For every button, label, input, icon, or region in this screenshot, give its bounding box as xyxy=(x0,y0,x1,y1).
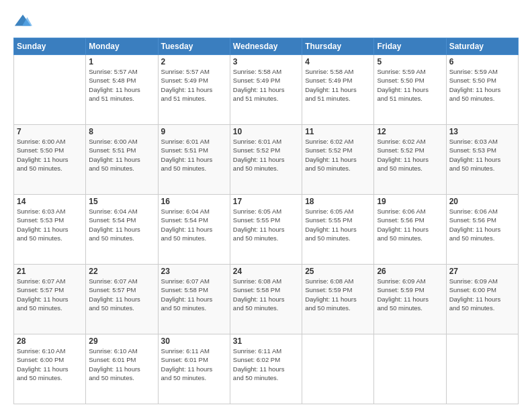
day-info: Sunrise: 6:07 AM Sunset: 5:57 PM Dayligh… xyxy=(17,277,83,312)
day-info: Sunrise: 6:08 AM Sunset: 5:58 PM Dayligh… xyxy=(233,277,299,312)
calendar-day-cell xyxy=(446,334,518,404)
calendar-day-cell: 27Sunrise: 6:09 AM Sunset: 6:00 PM Dayli… xyxy=(446,265,518,334)
day-info: Sunrise: 5:59 AM Sunset: 5:50 PM Dayligh… xyxy=(377,67,443,103)
day-number: 1 xyxy=(89,57,154,66)
day-number: 19 xyxy=(377,197,443,206)
day-info: Sunrise: 6:04 AM Sunset: 5:54 PM Dayligh… xyxy=(89,207,154,242)
calendar-table: SundayMondayTuesdayWednesdayThursdayFrid… xyxy=(13,38,519,404)
day-number: 6 xyxy=(449,57,515,66)
day-number: 7 xyxy=(17,127,83,136)
calendar-day-cell: 6Sunrise: 5:59 AM Sunset: 5:50 PM Daylig… xyxy=(446,55,518,125)
calendar-day-cell: 2Sunrise: 5:57 AM Sunset: 5:49 PM Daylig… xyxy=(158,55,230,125)
calendar-week-row: 21Sunrise: 6:07 AM Sunset: 5:57 PM Dayli… xyxy=(14,265,519,334)
day-number: 10 xyxy=(233,127,299,136)
day-number: 21 xyxy=(17,267,83,276)
calendar-week-row: 28Sunrise: 6:10 AM Sunset: 6:00 PM Dayli… xyxy=(14,334,519,404)
day-number: 18 xyxy=(305,197,371,206)
day-info: Sunrise: 6:05 AM Sunset: 5:55 PM Dayligh… xyxy=(233,207,299,242)
calendar-day-cell: 18Sunrise: 6:05 AM Sunset: 5:55 PM Dayli… xyxy=(302,195,374,265)
day-number: 15 xyxy=(89,197,154,206)
day-number: 24 xyxy=(233,267,299,276)
day-info: Sunrise: 5:57 AM Sunset: 5:48 PM Dayligh… xyxy=(89,67,154,103)
calendar-week-row: 7Sunrise: 6:00 AM Sunset: 5:50 PM Daylig… xyxy=(14,125,519,195)
day-info: Sunrise: 6:01 AM Sunset: 5:52 PM Dayligh… xyxy=(233,137,299,173)
day-number: 2 xyxy=(161,57,227,66)
calendar-day-header: Sunday xyxy=(14,38,86,55)
calendar-header-row: SundayMondayTuesdayWednesdayThursdayFrid… xyxy=(14,38,519,55)
calendar-day-cell: 25Sunrise: 6:08 AM Sunset: 5:59 PM Dayli… xyxy=(302,265,374,334)
logo xyxy=(13,12,35,31)
calendar-day-cell: 5Sunrise: 5:59 AM Sunset: 5:50 PM Daylig… xyxy=(374,55,446,125)
day-number: 5 xyxy=(377,57,443,66)
day-number: 13 xyxy=(449,127,515,136)
calendar-day-cell xyxy=(14,55,86,125)
header xyxy=(13,12,519,31)
day-number: 8 xyxy=(89,127,154,136)
calendar-day-cell: 17Sunrise: 6:05 AM Sunset: 5:55 PM Dayli… xyxy=(230,195,302,265)
day-info: Sunrise: 6:06 AM Sunset: 5:56 PM Dayligh… xyxy=(377,207,443,242)
day-number: 22 xyxy=(89,267,154,276)
calendar-week-row: 1Sunrise: 5:57 AM Sunset: 5:48 PM Daylig… xyxy=(14,55,519,125)
calendar-day-cell: 7Sunrise: 6:00 AM Sunset: 5:50 PM Daylig… xyxy=(14,125,86,195)
day-number: 3 xyxy=(233,57,299,66)
calendar-day-cell xyxy=(374,334,446,404)
day-info: Sunrise: 6:08 AM Sunset: 5:59 PM Dayligh… xyxy=(305,277,371,312)
calendar-day-cell: 13Sunrise: 6:03 AM Sunset: 5:53 PM Dayli… xyxy=(446,125,518,195)
calendar-day-cell: 11Sunrise: 6:02 AM Sunset: 5:52 PM Dayli… xyxy=(302,125,374,195)
day-info: Sunrise: 6:01 AM Sunset: 5:51 PM Dayligh… xyxy=(161,137,227,173)
calendar-day-cell: 31Sunrise: 6:11 AM Sunset: 6:02 PM Dayli… xyxy=(230,334,302,404)
calendar-day-header: Wednesday xyxy=(230,38,302,55)
calendar-week-row: 14Sunrise: 6:03 AM Sunset: 5:53 PM Dayli… xyxy=(14,195,519,265)
day-info: Sunrise: 6:09 AM Sunset: 5:59 PM Dayligh… xyxy=(377,277,443,312)
day-info: Sunrise: 5:58 AM Sunset: 5:49 PM Dayligh… xyxy=(305,67,371,103)
day-number: 17 xyxy=(233,197,299,206)
day-info: Sunrise: 6:00 AM Sunset: 5:50 PM Dayligh… xyxy=(17,137,83,173)
day-info: Sunrise: 6:07 AM Sunset: 5:58 PM Dayligh… xyxy=(161,277,227,312)
calendar-day-cell: 14Sunrise: 6:03 AM Sunset: 5:53 PM Dayli… xyxy=(14,195,86,265)
day-info: Sunrise: 5:57 AM Sunset: 5:49 PM Dayligh… xyxy=(161,67,227,103)
day-info: Sunrise: 6:00 AM Sunset: 5:51 PM Dayligh… xyxy=(89,137,154,173)
calendar-day-cell: 9Sunrise: 6:01 AM Sunset: 5:51 PM Daylig… xyxy=(158,125,230,195)
calendar-day-cell: 10Sunrise: 6:01 AM Sunset: 5:52 PM Dayli… xyxy=(230,125,302,195)
day-info: Sunrise: 6:03 AM Sunset: 5:53 PM Dayligh… xyxy=(17,207,83,242)
day-info: Sunrise: 5:58 AM Sunset: 5:49 PM Dayligh… xyxy=(233,67,299,103)
day-info: Sunrise: 6:04 AM Sunset: 5:54 PM Dayligh… xyxy=(161,207,227,242)
calendar-day-cell: 21Sunrise: 6:07 AM Sunset: 5:57 PM Dayli… xyxy=(14,265,86,334)
day-info: Sunrise: 6:11 AM Sunset: 6:02 PM Dayligh… xyxy=(233,347,299,382)
calendar-day-cell: 28Sunrise: 6:10 AM Sunset: 6:00 PM Dayli… xyxy=(14,334,86,404)
day-number: 23 xyxy=(161,267,227,276)
day-number: 26 xyxy=(377,267,443,276)
day-info: Sunrise: 6:09 AM Sunset: 6:00 PM Dayligh… xyxy=(449,277,515,312)
day-info: Sunrise: 6:10 AM Sunset: 6:01 PM Dayligh… xyxy=(89,347,154,382)
calendar-day-cell: 19Sunrise: 6:06 AM Sunset: 5:56 PM Dayli… xyxy=(374,195,446,265)
day-number: 14 xyxy=(17,197,83,206)
day-info: Sunrise: 6:07 AM Sunset: 5:57 PM Dayligh… xyxy=(89,277,154,312)
calendar-day-cell: 4Sunrise: 5:58 AM Sunset: 5:49 PM Daylig… xyxy=(302,55,374,125)
day-number: 16 xyxy=(161,197,227,206)
calendar-day-cell: 16Sunrise: 6:04 AM Sunset: 5:54 PM Dayli… xyxy=(158,195,230,265)
calendar-day-header: Saturday xyxy=(446,38,518,55)
calendar-day-cell: 23Sunrise: 6:07 AM Sunset: 5:58 PM Dayli… xyxy=(158,265,230,334)
day-number: 9 xyxy=(161,127,227,136)
calendar-day-cell: 24Sunrise: 6:08 AM Sunset: 5:58 PM Dayli… xyxy=(230,265,302,334)
day-number: 31 xyxy=(233,336,299,346)
day-number: 25 xyxy=(305,267,371,276)
day-info: Sunrise: 6:10 AM Sunset: 6:00 PM Dayligh… xyxy=(17,347,83,382)
calendar-day-cell: 3Sunrise: 5:58 AM Sunset: 5:49 PM Daylig… xyxy=(230,55,302,125)
day-info: Sunrise: 6:03 AM Sunset: 5:53 PM Dayligh… xyxy=(449,137,515,173)
day-number: 29 xyxy=(89,336,154,346)
day-info: Sunrise: 6:06 AM Sunset: 5:56 PM Dayligh… xyxy=(449,207,515,242)
calendar-day-cell: 30Sunrise: 6:11 AM Sunset: 6:01 PM Dayli… xyxy=(158,334,230,404)
calendar-day-header: Friday xyxy=(374,38,446,55)
calendar-day-cell: 29Sunrise: 6:10 AM Sunset: 6:01 PM Dayli… xyxy=(86,334,158,404)
calendar-day-cell: 1Sunrise: 5:57 AM Sunset: 5:48 PM Daylig… xyxy=(86,55,158,125)
calendar-day-cell: 20Sunrise: 6:06 AM Sunset: 5:56 PM Dayli… xyxy=(446,195,518,265)
calendar-day-cell: 22Sunrise: 6:07 AM Sunset: 5:57 PM Dayli… xyxy=(86,265,158,334)
calendar-day-cell: 15Sunrise: 6:04 AM Sunset: 5:54 PM Dayli… xyxy=(86,195,158,265)
day-info: Sunrise: 6:02 AM Sunset: 5:52 PM Dayligh… xyxy=(377,137,443,173)
day-number: 27 xyxy=(449,267,515,276)
day-number: 11 xyxy=(305,127,371,136)
calendar-day-header: Tuesday xyxy=(158,38,230,55)
day-info: Sunrise: 6:05 AM Sunset: 5:55 PM Dayligh… xyxy=(305,207,371,242)
calendar-day-header: Monday xyxy=(86,38,158,55)
